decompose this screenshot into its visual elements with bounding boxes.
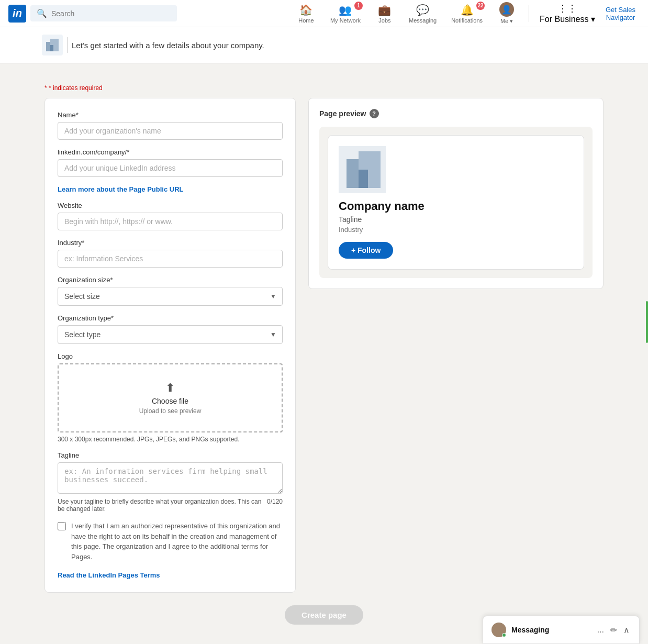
- org-type-label: Organization type*: [58, 314, 283, 322]
- my-network-badge: 1: [354, 2, 363, 10]
- upload-icon: ⬆: [67, 381, 273, 395]
- search-input[interactable]: [51, 9, 171, 18]
- logo-upload-area[interactable]: ⬆ Choose file Upload to see preview: [58, 363, 283, 432]
- follow-button[interactable]: + Follow: [339, 242, 393, 259]
- nav-icons: 🏠 Home 👥 1 My Network 💼 Jobs 💬 Messaging…: [291, 0, 640, 27]
- preview-tagline-text: Tagline: [339, 215, 573, 224]
- company-placeholder-icon: [42, 35, 63, 55]
- nav-item-messaging[interactable]: 💬 Messaging: [403, 2, 443, 26]
- search-icon: 🔍: [37, 8, 47, 18]
- preview-title: Page preview ?: [319, 109, 593, 118]
- main-layout: Name* linkedin.com/company/* Learn more …: [44, 98, 604, 593]
- notifications-label: Notifications: [451, 17, 483, 24]
- home-label: Home: [298, 17, 314, 24]
- svg-rect-6: [359, 170, 368, 188]
- for-business-button[interactable]: ⋮⋮ For Business ▾: [535, 1, 599, 26]
- home-icon: 🏠: [299, 4, 312, 16]
- verify-text: I verify that I am an authorized represe…: [71, 521, 283, 562]
- messaging-label: Messaging: [409, 17, 437, 24]
- name-input[interactable]: [58, 122, 283, 140]
- online-status-dot: [502, 633, 506, 637]
- for-business-label: For Business ▾: [540, 14, 595, 24]
- url-prefix-label: linkedin.com/company/*: [58, 148, 283, 156]
- my-network-icon: 👥: [339, 4, 352, 16]
- verify-section: I verify that I am an authorized represe…: [58, 521, 283, 562]
- tagline-counter: 0/120: [267, 498, 283, 513]
- industry-label: Industry*: [58, 239, 283, 247]
- terms-link[interactable]: Read the LinkedIn Pages Terms: [58, 571, 160, 579]
- notifications-icon: 🔔: [461, 4, 474, 16]
- messaging-title: Messaging: [511, 626, 591, 634]
- preview-industry-text: Industry: [339, 226, 573, 234]
- name-label: Name*: [58, 111, 283, 119]
- page-header-text: Let's get started with a few details abo…: [72, 41, 264, 50]
- website-label: Website: [58, 202, 283, 209]
- url-input[interactable]: [58, 159, 283, 177]
- nav-item-home[interactable]: 🏠 Home: [291, 2, 322, 26]
- navbar: in 🔍 🏠 Home 👥 1 My Network 💼 Jobs 💬 Mess…: [0, 0, 648, 27]
- verify-checkbox[interactable]: [58, 522, 66, 530]
- website-input[interactable]: [58, 213, 283, 230]
- learn-more-link[interactable]: Learn more about the Page Public URL: [58, 185, 283, 193]
- upload-subtitle: Upload to see preview: [67, 407, 273, 415]
- tagline-field-group: Tagline Use your tagline to briefly desc…: [58, 451, 283, 513]
- messaging-collapse-button[interactable]: ∧: [622, 624, 631, 636]
- logo-label: Logo: [58, 352, 283, 360]
- get-sales-label-line2: Navigator: [606, 14, 635, 21]
- tagline-label: Tagline: [58, 451, 283, 459]
- logo-field-group: Logo ⬆ Choose file Upload to see preview…: [58, 352, 283, 443]
- messaging-bar: Messaging ... ✏ ∧: [483, 616, 640, 644]
- jobs-label: Jobs: [378, 17, 390, 24]
- logo-size-note: 300 x 300px recommended. JPGs, JPEGs, an…: [58, 436, 283, 443]
- create-page-button[interactable]: Create page: [285, 605, 363, 625]
- org-type-select[interactable]: Select type: [58, 325, 283, 344]
- name-field-group: Name*: [58, 111, 283, 140]
- get-sales-label-line1: Get Sales: [606, 6, 635, 14]
- form-card: Name* linkedin.com/company/* Learn more …: [44, 98, 296, 593]
- me-label: Me ▾: [500, 18, 513, 25]
- nav-item-my-network[interactable]: 👥 1 My Network: [324, 2, 367, 26]
- tagline-hint: Use your tagline to briefly describe wha…: [58, 498, 283, 513]
- header-divider: [67, 37, 68, 53]
- get-sales-navigator-link[interactable]: Get Sales Navigator: [601, 4, 640, 24]
- tagline-textarea[interactable]: [58, 462, 283, 494]
- nav-divider: [529, 5, 529, 22]
- messaging-dots-button[interactable]: ...: [596, 624, 605, 636]
- my-network-label: My Network: [330, 17, 361, 24]
- choose-file-text: Choose file: [67, 397, 273, 405]
- nav-item-me[interactable]: 👤 Me ▾: [491, 0, 522, 27]
- industry-field-group: Industry*: [58, 239, 283, 268]
- industry-input[interactable]: [58, 250, 283, 268]
- preview-card: Page preview ? Company name Ta: [308, 98, 604, 289]
- scroll-indicator: [646, 301, 648, 343]
- linkedin-url-group: linkedin.com/company/*: [58, 148, 283, 177]
- page-header-section: Let's get started with a few details abo…: [0, 27, 648, 63]
- messaging-actions: ... ✏ ∧: [596, 624, 631, 636]
- grid-icon: ⋮⋮: [558, 3, 577, 14]
- preview-inner: Company name Tagline Industry + Follow: [319, 127, 593, 278]
- nav-item-notifications[interactable]: 🔔 22 Notifications: [445, 2, 489, 26]
- org-size-select-wrapper: Select size ▼: [58, 287, 283, 306]
- preview-company-card: Company name Tagline Industry + Follow: [328, 135, 584, 270]
- org-size-select[interactable]: Select size: [58, 287, 283, 306]
- jobs-icon: 💼: [378, 4, 391, 16]
- website-field-group: Website: [58, 202, 283, 230]
- help-icon[interactable]: ?: [370, 109, 379, 118]
- org-type-select-wrapper: Select type ▼: [58, 325, 283, 344]
- preview-logo-placeholder: [339, 146, 386, 193]
- page-content: * * indicates required Name* linkedin.co…: [36, 63, 612, 637]
- linkedin-logo[interactable]: in: [8, 5, 26, 23]
- org-size-group: Organization size* Select size ▼: [58, 276, 283, 306]
- svg-rect-2: [50, 45, 53, 51]
- messaging-header[interactable]: Messaging ... ✏ ∧: [483, 616, 639, 643]
- preview-company-name: Company name: [339, 199, 573, 213]
- notifications-badge: 22: [476, 2, 485, 10]
- search-bar[interactable]: 🔍: [30, 5, 177, 21]
- messaging-compose-button[interactable]: ✏: [609, 624, 618, 636]
- messaging-avatar: [491, 623, 506, 637]
- avatar: 👤: [499, 2, 514, 17]
- org-type-group: Organization type* Select type ▼: [58, 314, 283, 344]
- required-note: * * indicates required: [44, 84, 604, 92]
- nav-item-jobs[interactable]: 💼 Jobs: [369, 2, 400, 26]
- tagline-hint-text: Use your tagline to briefly describe wha…: [58, 498, 267, 513]
